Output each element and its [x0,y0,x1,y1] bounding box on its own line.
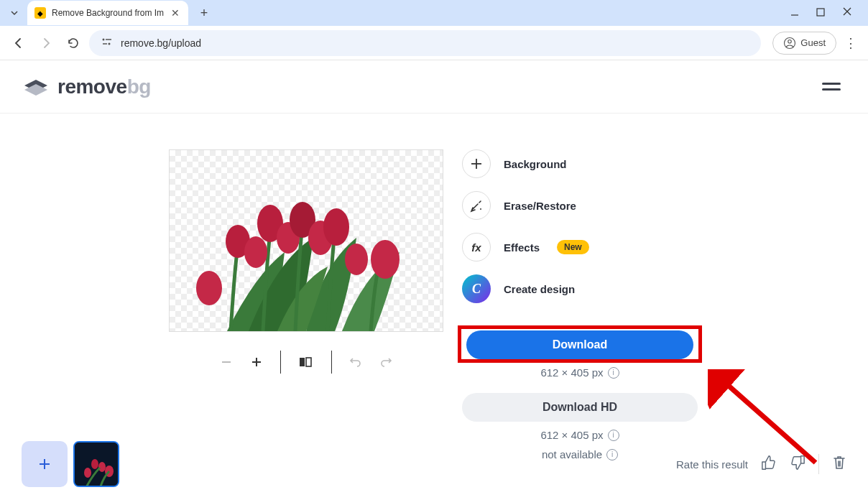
svg-rect-1 [817,9,824,16]
action-label: Effects [504,241,540,254]
site-header: removebg [0,60,868,114]
reload-button[interactable] [62,32,85,55]
browser-tab-strip: ◆ Remove Background from Im ✕ + [0,0,868,26]
url-text: remove.bg/upload [121,37,201,49]
canvas-column [169,149,443,460]
svg-point-34 [98,462,106,472]
svg-point-18 [345,244,368,275]
canvas-toolbar [220,351,392,374]
delete-icon[interactable] [832,455,846,473]
fx-icon: fx [462,233,491,261]
result-image [170,188,443,331]
svg-point-4 [103,39,105,41]
forward-button[interactable] [34,32,57,55]
window-controls [780,0,862,26]
effects-action[interactable]: fx Effects New [462,233,698,261]
address-bar[interactable]: remove.bg/upload [89,30,761,56]
site-logo[interactable]: removebg [22,75,151,98]
info-icon[interactable]: i [608,430,619,441]
tab-favicon: ◆ [34,7,46,19]
plus-icon [462,149,491,178]
brush-icon [462,191,491,220]
tab-close-icon[interactable]: ✕ [170,7,181,19]
separator [818,454,819,474]
logo-text: removebg [57,75,151,98]
minimize-icon[interactable] [790,6,799,19]
background-action[interactable]: Background [462,149,698,178]
download-size-label: 612 × 405 px i [462,366,698,379]
thumbs-down-icon[interactable] [790,455,805,473]
svg-point-6 [108,43,111,45]
svg-point-32 [84,468,91,478]
zoom-in-button[interactable] [250,356,263,369]
close-window-icon[interactable] [842,6,852,19]
browser-menu-icon[interactable]: ⋮ [841,33,861,53]
tab-title: Remove Background from Im [52,8,164,18]
svg-rect-24 [306,358,311,366]
zoom-out-button[interactable] [220,356,233,369]
profile-label: Guest [800,37,826,48]
compare-button[interactable] [298,356,314,369]
new-badge: New [557,240,589,254]
toolbar-separator [331,351,332,374]
toolbar-separator [280,351,281,374]
browser-tab[interactable]: ◆ Remove Background from Im ✕ [27,1,188,25]
new-tab-button[interactable]: + [194,3,214,23]
svg-point-17 [323,208,349,246]
rate-section: Rate this result [676,454,846,474]
back-button[interactable] [7,32,30,55]
profile-button[interactable]: Guest [772,32,836,55]
action-label: Background [504,158,567,170]
svg-point-27 [480,208,481,210]
action-label: Erase/Restore [504,200,576,212]
logo-icon [22,75,50,98]
create-design-action[interactable]: C Create design [462,274,698,303]
tab-search-dropdown[interactable] [6,4,23,22]
menu-icon[interactable] [816,77,846,96]
bottom-bar: Rate this result [0,441,868,487]
rate-label: Rate this result [676,458,748,471]
page-content: removebg [0,60,868,500]
redo-button[interactable] [379,357,392,367]
undo-button[interactable] [349,357,362,367]
svg-point-9 [788,40,792,43]
image-thumbnail[interactable] [73,441,119,487]
svg-point-12 [244,236,267,268]
action-label: Create design [504,283,575,295]
add-image-button[interactable] [22,441,68,487]
maximize-icon[interactable] [816,6,825,19]
svg-point-33 [91,459,98,469]
thumbnail-strip [22,441,119,487]
canva-icon: C [462,274,491,303]
site-settings-icon[interactable] [101,37,114,49]
download-button[interactable]: Download [466,330,693,359]
download-hd-button[interactable]: Download HD [462,393,698,422]
svg-point-10 [196,271,222,305]
thumbs-up-icon[interactable] [761,455,777,473]
browser-toolbar: remove.bg/upload Guest ⋮ [0,26,868,60]
download-hd-size-label: 612 × 405 px i [462,429,698,441]
svg-rect-23 [300,358,305,366]
result-canvas[interactable] [169,149,443,332]
info-icon[interactable]: i [608,367,619,379]
svg-point-19 [371,240,400,279]
side-panel: Background Erase/Restore fx Effects New … [462,149,698,460]
erase-restore-action[interactable]: Erase/Restore [462,191,698,220]
